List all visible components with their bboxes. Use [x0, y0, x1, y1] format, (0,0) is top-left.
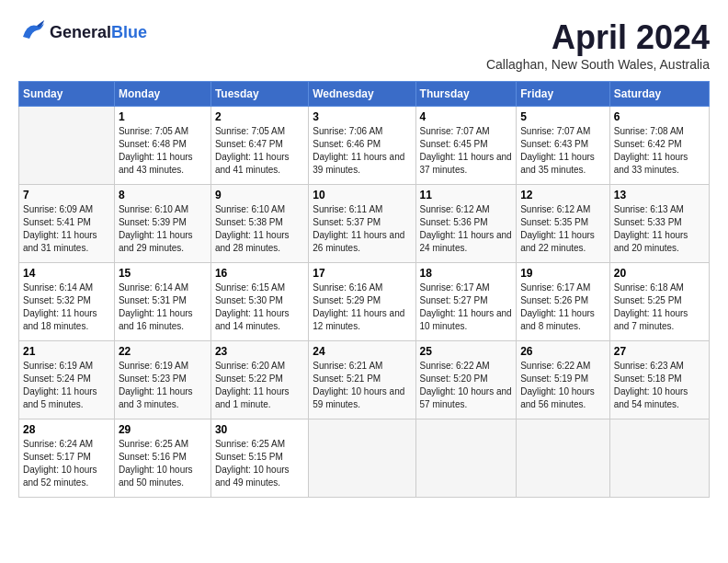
day-info: Sunrise: 6:22 AM Sunset: 5:20 PM Dayligh…: [420, 360, 513, 411]
day-info: Sunrise: 6:15 AM Sunset: 5:30 PM Dayligh…: [215, 282, 304, 333]
daylight-hours: Daylight: 10 hours and 50 minutes.: [119, 465, 193, 488]
day-info: Sunrise: 6:23 AM Sunset: 5:18 PM Dayligh…: [614, 360, 705, 411]
day-info: Sunrise: 7:05 AM Sunset: 6:47 PM Dayligh…: [215, 125, 304, 177]
sunrise-time: Sunrise: 6:10 AM: [119, 204, 188, 214]
table-row: 4 Sunrise: 7:07 AM Sunset: 6:45 PM Dayli…: [415, 107, 517, 185]
day-info: Sunrise: 6:14 AM Sunset: 5:31 PM Dayligh…: [119, 282, 207, 333]
table-row: 13 Sunrise: 6:13 AM Sunset: 5:33 PM Dayl…: [609, 185, 709, 263]
day-number: 18: [420, 267, 513, 280]
daylight-hours: Daylight: 11 hours and 35 minutes.: [520, 152, 595, 175]
day-number: 6: [614, 110, 705, 123]
day-info: Sunrise: 7:07 AM Sunset: 6:43 PM Dayligh…: [520, 125, 606, 177]
day-number: 25: [420, 345, 513, 358]
table-row: 5 Sunrise: 7:07 AM Sunset: 6:43 PM Dayli…: [517, 107, 610, 185]
sunset-time: Sunset: 5:38 PM: [215, 217, 283, 227]
col-wednesday: Wednesday: [309, 82, 415, 107]
sunset-time: Sunset: 5:41 PM: [23, 217, 91, 227]
sunset-time: Sunset: 5:27 PM: [420, 295, 488, 305]
location: Callaghan, New South Wales, Australia: [486, 57, 710, 72]
page-header: GeneralBlue April 2024 Callaghan, New So…: [18, 18, 710, 72]
sunrise-time: Sunrise: 6:18 AM: [614, 282, 684, 293]
calendar-week-5: 28 Sunrise: 6:24 AM Sunset: 5:17 PM Dayl…: [19, 419, 710, 498]
sunset-time: Sunset: 5:33 PM: [614, 217, 682, 227]
day-number: 14: [23, 267, 110, 280]
day-info: Sunrise: 6:19 AM Sunset: 5:24 PM Dayligh…: [23, 360, 110, 411]
day-info: Sunrise: 6:12 AM Sunset: 5:36 PM Dayligh…: [420, 203, 513, 255]
table-row: 19 Sunrise: 6:17 AM Sunset: 5:26 PM Dayl…: [517, 263, 610, 341]
sunset-time: Sunset: 5:30 PM: [215, 295, 283, 305]
day-number: 12: [520, 189, 606, 201]
daylight-hours: Daylight: 11 hours and 26 minutes.: [313, 230, 404, 253]
day-number: 10: [313, 189, 411, 201]
day-number: 17: [313, 267, 411, 280]
day-info: Sunrise: 6:13 AM Sunset: 5:33 PM Dayligh…: [614, 203, 705, 255]
sunset-time: Sunset: 6:47 PM: [215, 139, 283, 149]
sunrise-time: Sunrise: 7:05 AM: [119, 126, 188, 136]
day-info: Sunrise: 6:25 AM Sunset: 5:15 PM Dayligh…: [215, 438, 304, 489]
table-row: 6 Sunrise: 7:08 AM Sunset: 6:42 PM Dayli…: [609, 107, 709, 185]
daylight-hours: Daylight: 11 hours and 31 minutes.: [23, 230, 97, 253]
daylight-hours: Daylight: 11 hours and 37 minutes.: [420, 152, 512, 175]
day-info: Sunrise: 6:14 AM Sunset: 5:32 PM Dayligh…: [23, 282, 110, 333]
day-info: Sunrise: 6:19 AM Sunset: 5:23 PM Dayligh…: [119, 360, 207, 411]
daylight-hours: Daylight: 11 hours and 18 minutes.: [23, 308, 97, 331]
daylight-hours: Daylight: 11 hours and 24 minutes.: [420, 230, 512, 253]
col-monday: Monday: [114, 82, 210, 107]
daylight-hours: Daylight: 11 hours and 39 minutes.: [313, 152, 404, 175]
daylight-hours: Daylight: 11 hours and 3 minutes.: [119, 386, 193, 409]
day-info: Sunrise: 6:21 AM Sunset: 5:21 PM Dayligh…: [313, 360, 411, 411]
daylight-hours: Daylight: 10 hours and 57 minutes.: [420, 386, 512, 409]
sunrise-time: Sunrise: 6:19 AM: [119, 361, 188, 371]
calendar-week-4: 21 Sunrise: 6:19 AM Sunset: 5:24 PM Dayl…: [19, 341, 710, 419]
day-number: 2: [215, 110, 304, 123]
sunset-time: Sunset: 5:25 PM: [614, 295, 682, 305]
sunset-time: Sunset: 5:15 PM: [215, 452, 283, 462]
day-info: Sunrise: 6:16 AM Sunset: 5:29 PM Dayligh…: [313, 282, 411, 333]
sunset-time: Sunset: 5:22 PM: [215, 373, 283, 384]
sunrise-time: Sunrise: 6:17 AM: [520, 282, 590, 293]
sunrise-time: Sunrise: 6:25 AM: [215, 439, 285, 449]
sunset-time: Sunset: 5:26 PM: [520, 295, 588, 305]
sunrise-time: Sunrise: 6:19 AM: [23, 361, 93, 371]
sunset-time: Sunset: 5:19 PM: [520, 373, 588, 384]
sunset-time: Sunset: 5:16 PM: [119, 452, 187, 462]
day-info: Sunrise: 7:05 AM Sunset: 6:48 PM Dayligh…: [119, 125, 207, 177]
daylight-hours: Daylight: 10 hours and 54 minutes.: [614, 386, 688, 409]
day-number: 13: [614, 189, 705, 201]
col-saturday: Saturday: [609, 82, 709, 107]
day-info: Sunrise: 6:18 AM Sunset: 5:25 PM Dayligh…: [614, 282, 705, 333]
sunset-time: Sunset: 5:17 PM: [23, 452, 91, 462]
daylight-hours: Daylight: 11 hours and 43 minutes.: [119, 152, 193, 175]
sunset-time: Sunset: 5:29 PM: [313, 295, 381, 305]
daylight-hours: Daylight: 11 hours and 14 minutes.: [215, 308, 290, 331]
table-row: 10 Sunrise: 6:11 AM Sunset: 5:37 PM Dayl…: [309, 185, 415, 263]
calendar-week-2: 7 Sunrise: 6:09 AM Sunset: 5:41 PM Dayli…: [19, 185, 710, 263]
sunrise-time: Sunrise: 6:20 AM: [215, 361, 285, 371]
sunrise-time: Sunrise: 7:07 AM: [420, 126, 490, 136]
daylight-hours: Daylight: 11 hours and 16 minutes.: [119, 308, 193, 331]
table-row: 23 Sunrise: 6:20 AM Sunset: 5:22 PM Dayl…: [210, 341, 308, 419]
day-info: Sunrise: 6:10 AM Sunset: 5:38 PM Dayligh…: [215, 203, 304, 255]
table-row: [19, 107, 115, 185]
sunrise-time: Sunrise: 6:09 AM: [23, 204, 93, 214]
daylight-hours: Daylight: 10 hours and 59 minutes.: [313, 386, 404, 409]
daylight-hours: Daylight: 11 hours and 41 minutes.: [215, 152, 290, 175]
title-block: April 2024 Callaghan, New South Wales, A…: [486, 18, 710, 72]
table-row: 17 Sunrise: 6:16 AM Sunset: 5:29 PM Dayl…: [309, 263, 415, 341]
sunset-time: Sunset: 6:46 PM: [313, 139, 381, 149]
sunset-time: Sunset: 5:24 PM: [23, 373, 91, 384]
day-number: 29: [119, 423, 207, 436]
table-row: 2 Sunrise: 7:05 AM Sunset: 6:47 PM Dayli…: [210, 107, 308, 185]
daylight-hours: Daylight: 11 hours and 1 minute.: [215, 386, 290, 409]
day-info: Sunrise: 6:10 AM Sunset: 5:39 PM Dayligh…: [119, 203, 207, 255]
table-row: 14 Sunrise: 6:14 AM Sunset: 5:32 PM Dayl…: [19, 263, 115, 341]
table-row: [309, 419, 415, 498]
sunset-time: Sunset: 5:31 PM: [119, 295, 187, 305]
table-row: 22 Sunrise: 6:19 AM Sunset: 5:23 PM Dayl…: [114, 341, 210, 419]
day-info: Sunrise: 6:09 AM Sunset: 5:41 PM Dayligh…: [23, 203, 110, 255]
table-row: 3 Sunrise: 7:06 AM Sunset: 6:46 PM Dayli…: [309, 107, 415, 185]
sunset-time: Sunset: 5:32 PM: [23, 295, 91, 305]
day-number: 8: [119, 189, 207, 201]
sunrise-time: Sunrise: 6:12 AM: [520, 204, 590, 214]
table-row: [609, 419, 709, 498]
